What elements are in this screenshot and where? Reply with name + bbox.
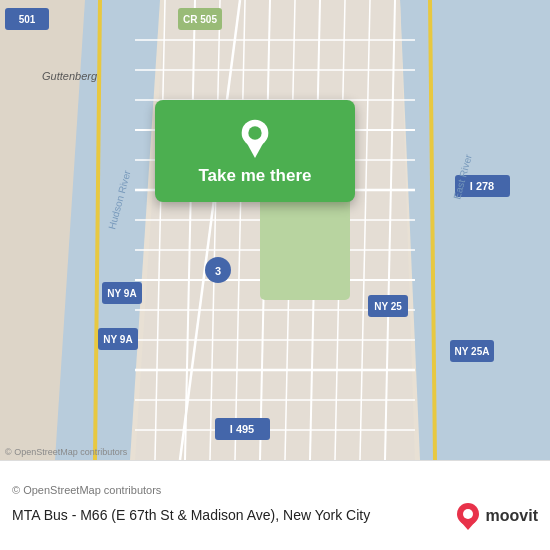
svg-marker-61: [461, 522, 475, 530]
take-me-there-label: Take me there: [198, 166, 311, 186]
svg-point-59: [248, 126, 261, 139]
svg-marker-7: [400, 0, 550, 460]
svg-text:NY 9A: NY 9A: [107, 288, 136, 299]
svg-text:I 278: I 278: [470, 180, 494, 192]
svg-text:NY 9A: NY 9A: [103, 334, 132, 345]
svg-text:CR 505: CR 505: [183, 14, 217, 25]
svg-text:I 495: I 495: [230, 423, 254, 435]
bus-title: MTA Bus - M66 (E 67th St & Madison Ave),…: [12, 506, 444, 524]
map-container: I 278 I 495 NY 9A NY 9A NY 25 NY 25A CR …: [0, 0, 550, 460]
location-pin-icon: [235, 118, 275, 158]
svg-point-62: [463, 509, 473, 519]
moovit-icon: [454, 502, 482, 530]
svg-text:NY 25A: NY 25A: [455, 346, 490, 357]
map-svg: I 278 I 495 NY 9A NY 9A NY 25 NY 25A CR …: [0, 0, 550, 460]
svg-marker-58: [245, 140, 265, 158]
moovit-logo: moovit: [454, 502, 538, 530]
title-row: MTA Bus - M66 (E 67th St & Madison Ave),…: [12, 502, 538, 530]
take-me-there-card[interactable]: Take me there: [155, 100, 355, 202]
bottom-bar: © OpenStreetMap contributors MTA Bus - M…: [0, 460, 550, 550]
moovit-text: moovit: [486, 507, 538, 525]
svg-text:© OpenStreetMap contributors: © OpenStreetMap contributors: [5, 447, 128, 457]
svg-text:Guttenberg: Guttenberg: [42, 70, 98, 82]
copyright-line: © OpenStreetMap contributors: [12, 484, 538, 496]
svg-text:NY 25: NY 25: [374, 301, 402, 312]
svg-text:3: 3: [215, 265, 221, 277]
svg-text:501: 501: [19, 14, 36, 25]
